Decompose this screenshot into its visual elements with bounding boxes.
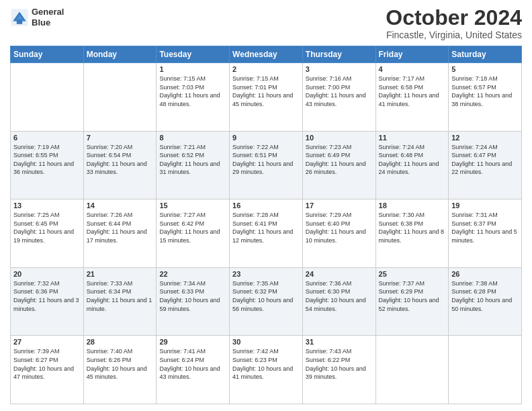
svg-rect-3 [17,19,22,24]
table-row: 14Sunrise: 7:26 AMSunset: 6:44 PMDayligh… [83,199,157,268]
table-row: 8Sunrise: 7:21 AMSunset: 6:52 PMDaylight… [157,131,230,199]
col-tuesday: Tuesday [157,46,230,63]
calendar-table: Sunday Monday Tuesday Wednesday Thursday… [10,46,522,404]
day-info: Sunrise: 7:43 AMSunset: 6:22 PMDaylight:… [306,347,373,381]
day-number: 6 [13,134,81,142]
day-info: Sunrise: 7:30 AMSunset: 6:38 PMDaylight:… [379,211,446,244]
calendar-week-row: 13Sunrise: 7:25 AMSunset: 6:45 PMDayligh… [11,199,522,268]
table-row: 12Sunrise: 7:24 AMSunset: 6:47 PMDayligh… [449,131,522,199]
day-info: Sunrise: 7:32 AMSunset: 6:36 PMDaylight:… [13,279,81,313]
day-number: 31 [306,338,373,346]
logo-icon [10,8,29,27]
day-info: Sunrise: 7:42 AMSunset: 6:23 PMDaylight:… [232,347,300,381]
day-number: 10 [306,134,373,142]
day-info: Sunrise: 7:24 AMSunset: 6:48 PMDaylight:… [379,143,446,177]
col-saturday: Saturday [449,46,522,63]
table-row [11,63,84,132]
table-row: 24Sunrise: 7:36 AMSunset: 6:30 PMDayligh… [302,267,375,336]
col-friday: Friday [375,46,449,63]
day-number: 5 [451,65,519,73]
col-monday: Monday [83,46,157,63]
logo-line2: Blue [32,17,64,28]
table-row: 19Sunrise: 7:31 AMSunset: 6:37 PMDayligh… [449,199,522,268]
day-number: 15 [159,201,226,210]
day-info: Sunrise: 7:22 AMSunset: 6:51 PMDaylight:… [232,143,300,177]
table-row: 3Sunrise: 7:16 AMSunset: 7:00 PMDaylight… [302,63,375,132]
table-row: 21Sunrise: 7:33 AMSunset: 6:34 PMDayligh… [83,267,157,336]
day-number: 3 [306,65,373,73]
col-sunday: Sunday [11,46,84,63]
day-info: Sunrise: 7:21 AMSunset: 6:52 PMDaylight:… [159,143,226,177]
calendar-header-row: Sunday Monday Tuesday Wednesday Thursday… [11,46,522,63]
table-row: 27Sunrise: 7:39 AMSunset: 6:27 PMDayligh… [11,336,84,404]
location-title: Fincastle, Virginia, United States [386,30,522,40]
table-row: 18Sunrise: 7:30 AMSunset: 6:38 PMDayligh… [375,199,449,268]
table-row: 1Sunrise: 7:15 AMSunset: 7:03 PMDaylight… [157,63,230,132]
day-number: 27 [13,338,81,346]
table-row: 15Sunrise: 7:27 AMSunset: 6:42 PMDayligh… [157,199,230,268]
day-info: Sunrise: 7:27 AMSunset: 6:42 PMDaylight:… [159,211,226,244]
day-number: 7 [87,134,154,142]
table-row [449,336,522,404]
logo: General Blue [10,7,64,28]
table-row: 20Sunrise: 7:32 AMSunset: 6:36 PMDayligh… [11,267,84,336]
day-info: Sunrise: 7:15 AMSunset: 7:03 PMDaylight:… [159,75,226,108]
day-info: Sunrise: 7:20 AMSunset: 6:54 PMDaylight:… [87,143,154,177]
logo-line1: General [32,7,64,17]
day-number: 11 [379,134,446,142]
day-info: Sunrise: 7:17 AMSunset: 6:58 PMDaylight:… [379,75,446,108]
header: General Blue October 2024 Fincastle, Vir… [10,7,522,40]
day-info: Sunrise: 7:19 AMSunset: 6:55 PMDaylight:… [13,143,81,177]
day-info: Sunrise: 7:31 AMSunset: 6:37 PMDaylight:… [451,211,519,244]
table-row: 29Sunrise: 7:41 AMSunset: 6:24 PMDayligh… [157,336,230,404]
day-number: 30 [232,338,300,346]
day-info: Sunrise: 7:15 AMSunset: 7:01 PMDaylight:… [232,75,300,108]
day-number: 19 [451,201,519,210]
day-info: Sunrise: 7:29 AMSunset: 6:40 PMDaylight:… [306,211,373,244]
day-number: 29 [159,338,226,346]
table-row: 7Sunrise: 7:20 AMSunset: 6:54 PMDaylight… [83,131,157,199]
table-row: 10Sunrise: 7:23 AMSunset: 6:49 PMDayligh… [302,131,375,199]
table-row: 23Sunrise: 7:35 AMSunset: 6:32 PMDayligh… [230,267,303,336]
day-number: 13 [13,201,81,210]
table-row: 16Sunrise: 7:28 AMSunset: 6:41 PMDayligh… [230,199,303,268]
day-info: Sunrise: 7:39 AMSunset: 6:27 PMDaylight:… [13,347,81,381]
day-info: Sunrise: 7:34 AMSunset: 6:33 PMDaylight:… [159,279,226,313]
day-number: 20 [13,270,81,278]
logo-text: General Blue [32,7,64,28]
day-number: 18 [379,201,446,210]
table-row: 4Sunrise: 7:17 AMSunset: 6:58 PMDaylight… [375,63,449,132]
day-info: Sunrise: 7:37 AMSunset: 6:29 PMDaylight:… [379,279,446,313]
day-info: Sunrise: 7:40 AMSunset: 6:26 PMDaylight:… [87,347,154,381]
table-row: 9Sunrise: 7:22 AMSunset: 6:51 PMDaylight… [230,131,303,199]
table-row: 22Sunrise: 7:34 AMSunset: 6:33 PMDayligh… [157,267,230,336]
day-number: 28 [87,338,154,346]
day-number: 14 [87,201,154,210]
day-info: Sunrise: 7:18 AMSunset: 6:57 PMDaylight:… [451,75,519,108]
table-row: 11Sunrise: 7:24 AMSunset: 6:48 PMDayligh… [375,131,449,199]
day-number: 12 [451,134,519,142]
table-row: 17Sunrise: 7:29 AMSunset: 6:40 PMDayligh… [302,199,375,268]
table-row: 30Sunrise: 7:42 AMSunset: 6:23 PMDayligh… [230,336,303,404]
day-number: 22 [159,270,226,278]
day-info: Sunrise: 7:35 AMSunset: 6:32 PMDaylight:… [232,279,300,313]
day-info: Sunrise: 7:36 AMSunset: 6:30 PMDaylight:… [306,279,373,313]
day-number: 9 [232,134,300,142]
day-number: 25 [379,270,446,278]
table-row: 5Sunrise: 7:18 AMSunset: 6:57 PMDaylight… [449,63,522,132]
day-info: Sunrise: 7:28 AMSunset: 6:41 PMDaylight:… [232,211,300,244]
day-number: 23 [232,270,300,278]
day-number: 4 [379,65,446,73]
table-row: 25Sunrise: 7:37 AMSunset: 6:29 PMDayligh… [375,267,449,336]
title-block: October 2024 Fincastle, Virginia, United… [386,7,522,40]
day-info: Sunrise: 7:23 AMSunset: 6:49 PMDaylight:… [306,143,373,177]
day-info: Sunrise: 7:24 AMSunset: 6:47 PMDaylight:… [451,143,519,177]
day-info: Sunrise: 7:26 AMSunset: 6:44 PMDaylight:… [87,211,154,244]
day-number: 17 [306,201,373,210]
day-info: Sunrise: 7:41 AMSunset: 6:24 PMDaylight:… [159,347,226,381]
calendar-week-row: 6Sunrise: 7:19 AMSunset: 6:55 PMDaylight… [11,131,522,199]
table-row: 6Sunrise: 7:19 AMSunset: 6:55 PMDaylight… [11,131,84,199]
month-title: October 2024 [386,7,522,28]
table-row: 26Sunrise: 7:38 AMSunset: 6:28 PMDayligh… [449,267,522,336]
col-thursday: Thursday [302,46,375,63]
